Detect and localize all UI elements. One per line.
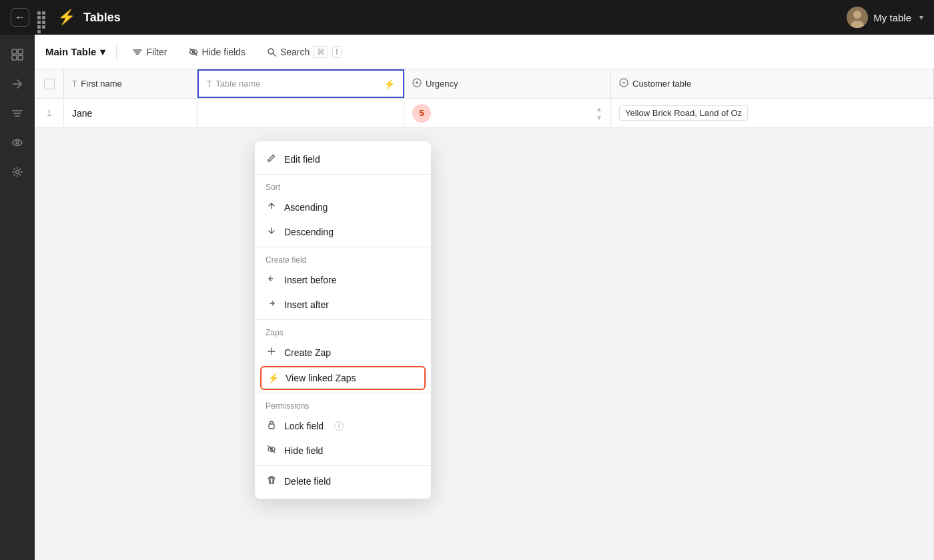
- ascending-item[interactable]: Ascending: [255, 195, 431, 219]
- hide-fields-button[interactable]: Hide fields: [183, 44, 251, 60]
- back-button[interactable]: ←: [11, 8, 29, 27]
- checkbox-icon: [44, 79, 55, 89]
- th-firstname[interactable]: T First name: [64, 69, 197, 98]
- hide-field-item[interactable]: Hide field: [255, 438, 431, 463]
- svg-point-1: [853, 11, 861, 19]
- header-checkbox[interactable]: [35, 69, 64, 98]
- delete-field-label: Delete field: [284, 476, 331, 487]
- view-linked-zaps-icon: ⚡: [267, 373, 279, 383]
- main-area: Main Table ▾ Filter Hide fields: [0, 35, 934, 560]
- insert-after-item[interactable]: Insert after: [255, 292, 431, 317]
- search-label: Search: [280, 47, 310, 57]
- divider-4: [255, 393, 431, 393]
- td-firstname[interactable]: Jane: [64, 99, 197, 127]
- divider-3: [255, 319, 431, 320]
- table-container: T First name T Table name ⚡ Urgency: [35, 69, 934, 560]
- hide-field-icon: [266, 445, 278, 456]
- row-number: 1: [35, 99, 64, 127]
- th-firstname-label: First name: [81, 79, 121, 89]
- table-selector-chevron-icon: ▾: [100, 46, 105, 58]
- th-urgency[interactable]: Urgency: [404, 69, 611, 98]
- edit-field-label: Edit field: [284, 154, 320, 165]
- th-customer-label: Customer table: [632, 79, 691, 89]
- trash-icon: [266, 475, 278, 487]
- text-field-icon: T: [72, 79, 77, 89]
- toolbar: Main Table ▾ Filter Hide fields: [35, 35, 934, 69]
- sidebar-icon-filter[interactable]: [5, 101, 29, 125]
- dropdown-menu: Edit field Sort Ascending: [255, 141, 431, 499]
- ascending-label: Ascending: [284, 202, 328, 213]
- urgency-badge: 5: [412, 104, 431, 123]
- filter-label: Filter: [146, 47, 167, 57]
- filter-icon: [133, 47, 142, 57]
- th-customer-table[interactable]: Customer table: [611, 69, 934, 98]
- insert-before-icon: [266, 274, 278, 285]
- avatar: [847, 7, 868, 28]
- arrow-down-sort-icon: [266, 226, 278, 237]
- arrow-up-sort-icon: [266, 201, 278, 213]
- search-button[interactable]: Search ⌘ f: [262, 43, 347, 61]
- td-urgency[interactable]: 5 ▲ ▼: [404, 99, 611, 127]
- app-logo: ⚡: [57, 9, 75, 26]
- divider-1: [255, 174, 431, 175]
- zaps-section-label: Zaps: [255, 323, 431, 340]
- edit-field-item[interactable]: Edit field: [255, 147, 431, 171]
- search-shortcut-cmd: ⌘: [314, 46, 328, 58]
- arrow-down-icon: ▼: [596, 114, 602, 121]
- customer-chip: Yellow Brick Road, Land of Oz: [619, 105, 748, 121]
- eye-hide-icon: [189, 47, 198, 57]
- svg-point-10: [13, 140, 22, 146]
- sidebar-icon-grid[interactable]: [5, 43, 29, 67]
- search-icon: [267, 47, 276, 57]
- insert-before-item[interactable]: Insert before: [255, 267, 431, 292]
- sort-section-label: Sort: [255, 177, 431, 195]
- hide-fields-label: Hide fields: [202, 47, 246, 57]
- main-table-label: Main Table: [45, 46, 96, 57]
- td-customer[interactable]: Yellow Brick Road, Land of Oz: [611, 99, 934, 127]
- th-lightning-icon: ⚡: [384, 79, 395, 89]
- lock-info-icon: i: [334, 421, 344, 431]
- search-shortcut-f: f: [332, 46, 341, 58]
- arrow-up-icon: ▲: [596, 105, 602, 113]
- lock-field-item[interactable]: Lock field i: [255, 413, 431, 438]
- td-table-name[interactable]: [197, 99, 404, 127]
- create-zap-item[interactable]: Create Zap: [255, 340, 431, 365]
- lock-field-label: Lock field: [284, 421, 324, 431]
- delete-field-item[interactable]: Delete field: [255, 469, 431, 493]
- svg-point-22: [416, 81, 418, 84]
- table-header: T First name T Table name ⚡ Urgency: [35, 69, 934, 99]
- descending-label: Descending: [284, 227, 334, 237]
- edit-icon: [266, 153, 278, 165]
- content-area: Main Table ▾ Filter Hide fields: [35, 35, 934, 560]
- grid-icon[interactable]: [37, 11, 49, 23]
- urgency-arrows: ▲ ▼: [596, 105, 602, 121]
- th-table-icon: T: [207, 79, 211, 89]
- sidebar-icon-eye[interactable]: [5, 131, 29, 155]
- svg-rect-6: [18, 55, 23, 60]
- create-field-section-label: Create field: [255, 250, 431, 267]
- my-table-label: My table: [873, 12, 911, 23]
- view-linked-zaps-item[interactable]: ⚡ View linked Zaps: [260, 366, 426, 390]
- descending-item[interactable]: Descending: [255, 219, 431, 244]
- table-selector[interactable]: Main Table ▾: [45, 46, 105, 58]
- table-row: 1 Jane 5 ▲ ▼ Yellow Brick Road, Land of …: [35, 99, 934, 128]
- urgency-icon: [412, 78, 422, 89]
- divider-2: [255, 247, 431, 247]
- nav-left: ← ⚡ Tables: [11, 8, 121, 27]
- svg-line-20: [273, 53, 276, 56]
- customer-link-icon: [619, 78, 628, 89]
- view-linked-zaps-label: View linked Zaps: [286, 373, 356, 383]
- insert-after-label: Insert after: [284, 299, 329, 310]
- sidebar-icon-settings[interactable]: [5, 160, 29, 184]
- th-table-name[interactable]: T Table name ⚡: [197, 69, 404, 98]
- insert-before-label: Insert before: [284, 275, 337, 285]
- toolbar-divider-1: [116, 44, 117, 60]
- sidebar-icon-link[interactable]: [5, 72, 29, 96]
- hide-field-label: Hide field: [284, 445, 323, 456]
- nav-right: My table ▾: [847, 7, 923, 28]
- lock-icon: [266, 420, 278, 431]
- svg-point-11: [16, 141, 19, 144]
- divider-5: [255, 465, 431, 466]
- my-table-chevron-icon[interactable]: ▾: [919, 13, 923, 22]
- filter-button[interactable]: Filter: [127, 44, 172, 60]
